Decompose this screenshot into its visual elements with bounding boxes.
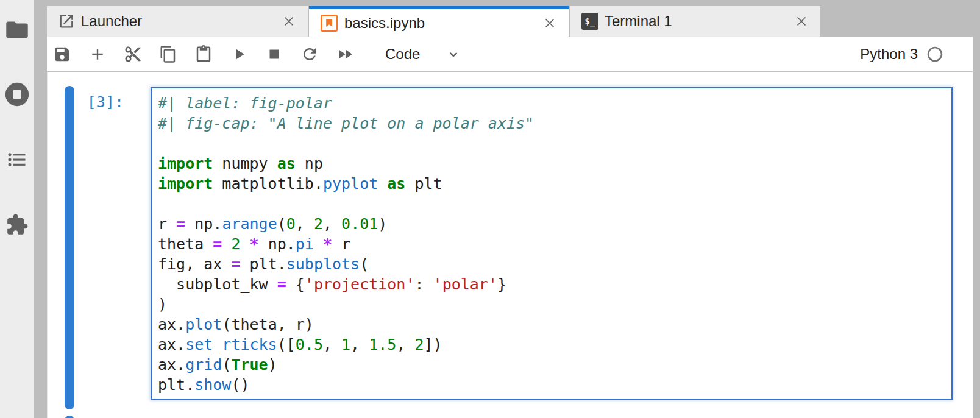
list-icon bbox=[6, 149, 28, 171]
cell-type-select[interactable]: Code bbox=[385, 46, 461, 63]
code-line: fig, ax = plt.subplots( bbox=[158, 254, 951, 274]
tab-label: Launcher bbox=[81, 13, 272, 30]
tab-launcher[interactable]: Launcher bbox=[47, 6, 308, 37]
copy-cells-button[interactable] bbox=[157, 43, 179, 65]
activity-sidebar bbox=[0, 0, 34, 418]
code-line: #| fig-cap: "A line plot on a polar axis… bbox=[158, 113, 951, 133]
close-icon[interactable] bbox=[792, 12, 811, 30]
cell-input-prompt: [3]: bbox=[47, 92, 124, 112]
notebook-toolbar: Code Python 3 bbox=[47, 37, 973, 72]
paste-cells-button[interactable] bbox=[193, 43, 215, 65]
code-line: import matplotlib.pyplot as plt bbox=[158, 174, 951, 194]
paste-icon bbox=[194, 45, 213, 63]
code-line: import numpy as np bbox=[158, 154, 951, 174]
code-lines: #| label: fig-polar#| fig-cap: "A line p… bbox=[158, 93, 951, 395]
code-line bbox=[158, 133, 951, 154]
code-line bbox=[158, 194, 951, 214]
sidebar-item-extension-manager[interactable] bbox=[5, 213, 29, 236]
tab-bar: Launcher basics.ipynb $_ Terminal 1 bbox=[47, 0, 980, 37]
cut-cells-button[interactable] bbox=[122, 43, 144, 65]
notebook-icon bbox=[320, 14, 338, 32]
add-icon bbox=[89, 46, 106, 63]
stop-icon bbox=[265, 45, 283, 63]
code-line: theta = 2 * np.pi * r bbox=[158, 234, 951, 254]
tab-label: Terminal 1 bbox=[605, 13, 785, 30]
close-icon[interactable] bbox=[280, 12, 298, 30]
kernel-name: Python 3 bbox=[860, 46, 918, 63]
interrupt-kernel-button[interactable] bbox=[263, 43, 285, 65]
kernel-status-idle-icon bbox=[926, 46, 943, 63]
run-cell-button[interactable] bbox=[228, 43, 250, 65]
sidebar-item-table-of-contents[interactable] bbox=[6, 149, 28, 171]
cut-icon bbox=[124, 45, 142, 63]
launcher-icon bbox=[58, 13, 75, 30]
restart-icon bbox=[300, 45, 319, 63]
cell-collapser[interactable] bbox=[65, 86, 74, 409]
folder-icon bbox=[5, 20, 29, 40]
stop-circle-icon bbox=[4, 81, 30, 108]
save-button[interactable] bbox=[51, 43, 73, 65]
code-line: ) bbox=[158, 294, 951, 314]
cell-type-value: Code bbox=[385, 46, 420, 63]
chevron-down-icon bbox=[446, 46, 461, 62]
sidebar-item-running-sessions[interactable] bbox=[4, 81, 30, 108]
sidebar-divider bbox=[34, 0, 47, 418]
restart-run-all-button[interactable] bbox=[334, 43, 356, 65]
code-line: ax.grid(True) bbox=[158, 355, 951, 375]
close-icon[interactable] bbox=[541, 14, 559, 32]
restart-kernel-button[interactable] bbox=[299, 43, 321, 65]
save-icon bbox=[53, 45, 71, 63]
run-icon bbox=[230, 45, 248, 63]
code-line: plt.show() bbox=[158, 375, 951, 395]
code-cell-editor[interactable]: #| label: fig-polar#| fig-cap: "A line p… bbox=[151, 87, 953, 400]
tab-terminal-1[interactable]: $_ Terminal 1 bbox=[570, 6, 820, 37]
kernel-indicator[interactable]: Python 3 bbox=[860, 46, 973, 63]
code-line: #| label: fig-polar bbox=[158, 93, 951, 113]
code-line: subplot_kw = {'projection': 'polar'} bbox=[158, 274, 951, 294]
terminal-icon: $_ bbox=[581, 13, 598, 30]
fast-forward-icon bbox=[336, 45, 354, 63]
code-line: r = np.arange(0, 2, 0.01) bbox=[158, 214, 951, 234]
sidebar-item-file-browser[interactable] bbox=[5, 20, 29, 40]
puzzle-icon bbox=[5, 213, 29, 236]
insert-cell-button[interactable] bbox=[87, 43, 108, 65]
copy-icon bbox=[159, 45, 177, 63]
tab-basics-ipynb[interactable]: basics.ipynb bbox=[309, 6, 569, 37]
code-line: ax.set_rticks([0.5, 1, 1.5, 2]) bbox=[158, 335, 951, 355]
tab-label: basics.ipynb bbox=[344, 15, 533, 32]
code-line: ax.plot(theta, r) bbox=[158, 314, 951, 335]
